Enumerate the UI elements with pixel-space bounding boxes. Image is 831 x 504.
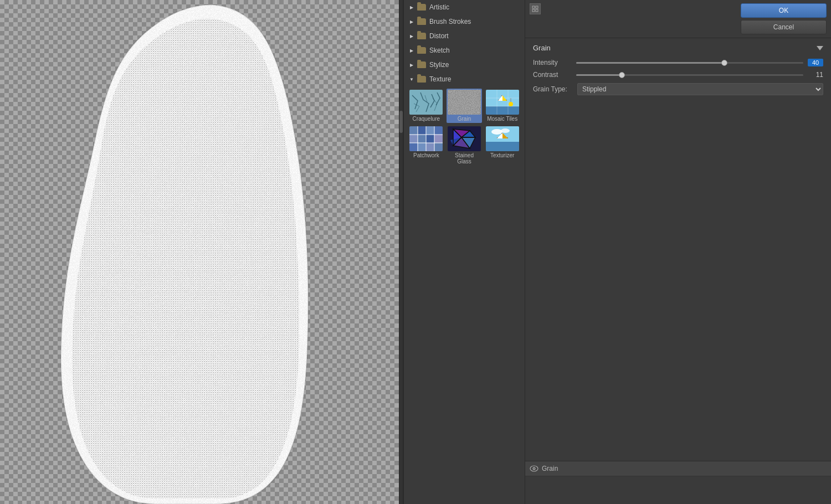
thumb-grain[interactable]: Grain: [447, 89, 483, 123]
contrast-thumb[interactable]: [619, 72, 625, 78]
svg-rect-29: [426, 143, 434, 151]
texture-grid: Craquelure Grain: [404, 85, 525, 169]
settings-spacer: [525, 105, 831, 461]
grain-type-row: Grain Type: Regular Soft Sprinkles Clump…: [533, 83, 823, 95]
arrow-brush-strokes: ▶: [408, 18, 415, 25]
svg-rect-6: [448, 90, 481, 115]
thumb-craquelure-img: [409, 90, 443, 115]
svg-point-63: [534, 468, 535, 469]
thumb-texturizer-img: [486, 126, 519, 151]
panel-separator: [399, 0, 403, 504]
svg-marker-60: [817, 46, 823, 50]
svg-rect-3: [44, 0, 332, 504]
category-sketch-label: Sketch: [429, 47, 450, 54]
svg-rect-25: [426, 135, 434, 143]
svg-rect-23: [409, 135, 418, 143]
thumb-patchwork-img: [409, 126, 443, 151]
grain-layer-item[interactable]: Grain: [525, 461, 831, 476]
category-stylize-label: Stylize: [429, 61, 449, 69]
thumb-mosaic-tiles-img: [486, 90, 519, 115]
category-brush-strokes-header[interactable]: ▶ Brush Strokes: [404, 16, 525, 28]
category-sketch-header[interactable]: ▶ Sketch: [404, 44, 525, 56]
expand-icon[interactable]: [530, 3, 541, 14]
intensity-fill: [576, 62, 724, 64]
svg-rect-20: [418, 126, 426, 135]
intensity-value[interactable]: 40: [808, 59, 823, 66]
intensity-row: Intensity 40: [533, 59, 823, 66]
intensity-slider[interactable]: [576, 62, 803, 64]
arrow-artistic: ▶: [408, 4, 415, 11]
action-buttons: OK Cancel: [741, 3, 827, 34]
settings-title: Grain: [533, 44, 817, 52]
svg-rect-8: [486, 106, 519, 115]
thumb-patchwork[interactable]: Patchwork: [408, 125, 444, 166]
filter-browser: ▶ Artistic ▶ Brush Strokes ▶ Distort ▶ S…: [403, 0, 525, 504]
category-distort: ▶ Distort: [404, 29, 525, 43]
top-controls-row: OK Cancel: [525, 0, 831, 38]
svg-rect-27: [409, 143, 418, 151]
svg-point-50: [501, 128, 510, 133]
category-stylize-header[interactable]: ▶ Stylize: [404, 59, 525, 71]
category-brush-strokes: ▶ Brush Strokes: [404, 14, 525, 29]
thumb-patchwork-label: Patchwork: [413, 152, 439, 158]
svg-rect-21: [426, 126, 434, 135]
svg-rect-58: [532, 9, 535, 12]
thumb-stained-glass[interactable]: Stained Glass: [447, 125, 483, 166]
thumb-mosaic-tiles-label: Mosaic Tiles: [487, 116, 517, 122]
thumb-grain-label: Grain: [458, 116, 471, 122]
folder-brush-strokes-icon: [417, 18, 426, 25]
scrollbar-thumb[interactable]: [399, 111, 403, 133]
contrast-fill: [576, 74, 622, 76]
settings-dropdown-arrow-icon: [817, 46, 823, 50]
controls-panel: OK Cancel Grain Intensity 40 Contrast: [525, 0, 831, 504]
effect-layers-panel: Grain: [525, 461, 831, 504]
folder-sketch-icon: [417, 47, 426, 54]
layer-name-label: Grain: [542, 465, 558, 472]
intensity-thumb[interactable]: [721, 60, 727, 66]
layer-visibility-eye-icon[interactable]: [530, 464, 538, 473]
grain-type-select[interactable]: Regular Soft Sprinkles Clumped Contrasty…: [577, 83, 823, 95]
svg-rect-51: [486, 142, 519, 151]
folder-distort-icon: [417, 33, 426, 39]
contrast-value: 11: [808, 71, 823, 79]
contrast-row: Contrast 11: [533, 71, 823, 79]
arrow-sketch: ▶: [408, 47, 415, 54]
category-texture-header[interactable]: ▼ Texture: [404, 73, 525, 85]
thumb-stained-glass-label: Stained Glass: [448, 152, 481, 164]
folder-artistic-icon: [417, 4, 426, 11]
contrast-label: Contrast: [533, 71, 572, 79]
thumb-stained-glass-img: [448, 126, 481, 151]
layers-empty-area: [525, 476, 831, 504]
svg-rect-22: [434, 126, 443, 135]
category-artistic-label: Artistic: [429, 3, 449, 11]
intensity-label: Intensity: [533, 59, 572, 66]
svg-point-13: [509, 102, 513, 106]
grain-type-label: Grain Type:: [533, 85, 577, 93]
category-artistic-header[interactable]: ▶ Artistic: [404, 1, 525, 13]
contrast-slider[interactable]: [576, 74, 803, 76]
cancel-button[interactable]: Cancel: [741, 20, 827, 34]
category-artistic: ▶ Artistic: [404, 0, 525, 14]
settings-title-row: Grain: [533, 44, 823, 52]
svg-rect-19: [409, 126, 418, 135]
category-texture: ▼ Texture Craquelure: [404, 72, 525, 170]
expand-btn-area: [530, 3, 545, 14]
thumb-texturizer[interactable]: Texturizer: [484, 125, 520, 166]
ok-button[interactable]: OK: [741, 3, 827, 18]
category-texture-label: Texture: [429, 75, 451, 83]
thumb-craquelure-label: Craquelure: [413, 116, 440, 122]
folder-stylize-icon: [417, 61, 426, 68]
arrow-stylize: ▶: [408, 61, 415, 68]
category-distort-header[interactable]: ▶ Distort: [404, 30, 525, 42]
svg-rect-30: [434, 143, 443, 151]
thumb-mosaic-tiles[interactable]: Mosaic Tiles: [484, 89, 520, 123]
thumb-texturizer-label: Texturizer: [490, 152, 514, 158]
thumb-craquelure[interactable]: Craquelure: [408, 89, 444, 123]
category-stylize: ▶ Stylize: [404, 58, 525, 72]
finger-preview: [44, 0, 332, 504]
preview-area: [0, 0, 399, 504]
svg-rect-57: [536, 6, 538, 8]
svg-rect-26: [434, 135, 443, 143]
svg-point-49: [491, 129, 502, 135]
category-sketch: ▶ Sketch: [404, 43, 525, 58]
